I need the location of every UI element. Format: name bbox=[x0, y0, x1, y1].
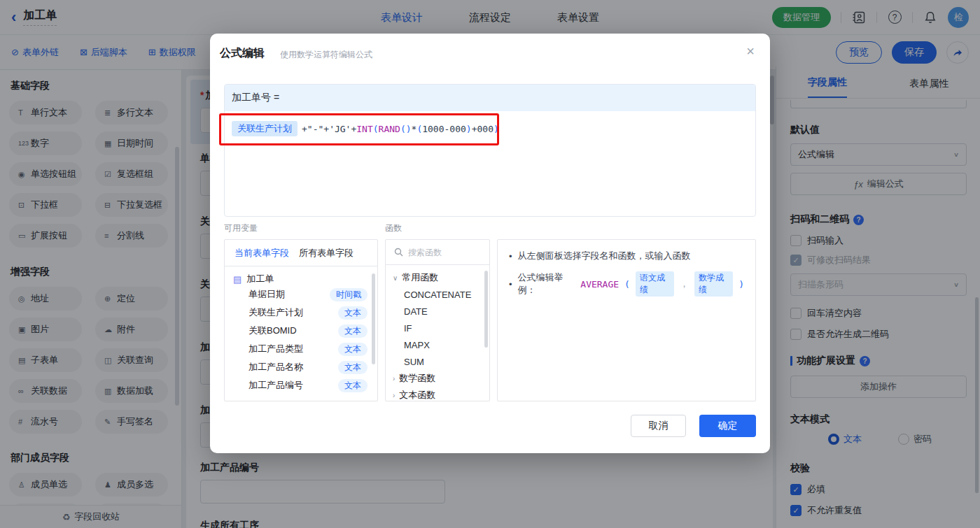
function-group-math[interactable]: › 数学函数 bbox=[386, 370, 489, 387]
type-badge: 文本 bbox=[338, 324, 368, 338]
function-item[interactable]: IF bbox=[386, 320, 489, 336]
confirm-button[interactable]: 确定 bbox=[699, 415, 756, 437]
variable-item[interactable]: 加工产品类型文本 bbox=[225, 340, 377, 358]
chevron-expanded-icon: ∨ bbox=[393, 274, 398, 282]
function-search-input[interactable] bbox=[408, 248, 471, 257]
function-item[interactable]: MAPX bbox=[386, 336, 489, 353]
search-icon bbox=[394, 248, 403, 257]
close-icon[interactable]: × bbox=[746, 43, 755, 59]
variable-item[interactable]: 关联BOMID文本 bbox=[225, 322, 377, 340]
formula-expression[interactable]: 关联生产计划 +"-"+'JG'+INT(RAND()*(1000-000)+0… bbox=[225, 111, 755, 146]
formula-target: 加工单号 = bbox=[225, 85, 755, 111]
variable-item[interactable]: 加工产品编号文本 bbox=[225, 376, 377, 394]
formula-editor[interactable]: 加工单号 = 关联生产计划 +"-"+'JG'+INT(RAND()*(1000… bbox=[224, 84, 756, 217]
example-chip: 数学成绩 bbox=[694, 271, 733, 297]
formula-code: +"-"+'JG'+INT(RAND()*(1000-000)+000) bbox=[302, 124, 499, 134]
variables-tabs: 当前表单字段 所有表单字段 bbox=[225, 240, 377, 266]
function-item[interactable]: DATE bbox=[386, 303, 489, 320]
chevron-collapsed-icon: › bbox=[393, 392, 395, 399]
functions-label: 函数 bbox=[385, 222, 402, 234]
chevron-collapsed-icon: › bbox=[393, 375, 395, 383]
type-badge: 文本 bbox=[338, 379, 368, 392]
function-item[interactable]: CONCATENATE bbox=[386, 286, 489, 303]
variables-label: 可用变量 bbox=[224, 222, 258, 234]
function-group-text[interactable]: › 文本函数 bbox=[386, 387, 489, 401]
function-group-common[interactable]: ∨ 常用函数 bbox=[386, 269, 489, 286]
help-panel: • 从左侧面板选择字段名和函数，或输入函数 • 公式编辑举例：AVERAGE( … bbox=[497, 239, 756, 401]
variable-item[interactable]: 关联生产计划文本 bbox=[225, 304, 377, 322]
example-chip: 语文成绩 bbox=[636, 271, 674, 297]
type-badge: 时间戳 bbox=[330, 288, 368, 301]
type-badge: 文本 bbox=[338, 343, 368, 356]
tab-all-form-fields[interactable]: 所有表单字段 bbox=[299, 247, 354, 259]
formula-edit-modal: 公式编辑 使用数学运算符编辑公式 × 加工单号 = 关联生产计划 +"-"+'J… bbox=[210, 34, 770, 453]
variables-panel: 当前表单字段 所有表单字段 ▤ 加工单 单据日期时间戳 关联生产计划文本 关联B… bbox=[224, 239, 378, 401]
variable-item[interactable]: 加工产品名称文本 bbox=[225, 358, 377, 376]
help-tip-2: • 公式编辑举例：AVERAGE( 语文成绩 ， 数学成绩 ) bbox=[509, 271, 744, 297]
tab-current-form-fields[interactable]: 当前表单字段 bbox=[234, 247, 289, 259]
help-tip-1: • 从左侧面板选择字段名和函数，或输入函数 bbox=[509, 250, 744, 262]
modal-title: 公式编辑 bbox=[220, 46, 265, 61]
variables-root-node[interactable]: ▤ 加工单 bbox=[225, 266, 377, 285]
type-badge: 文本 bbox=[338, 306, 368, 320]
function-item[interactable]: SUM bbox=[386, 353, 489, 370]
functions-panel: ∨ 常用函数 CONCATENATE DATE IF MAPX SUM › 数学… bbox=[385, 239, 490, 401]
variable-chip[interactable]: 关联生产计划 bbox=[232, 121, 298, 136]
variables-scrollbar[interactable] bbox=[372, 273, 375, 364]
cancel-button[interactable]: 取消 bbox=[631, 415, 686, 437]
functions-scrollbar[interactable] bbox=[484, 271, 488, 348]
modal-subtitle: 使用数学运算符编辑公式 bbox=[280, 49, 372, 61]
function-search[interactable] bbox=[386, 240, 489, 265]
type-badge: 文本 bbox=[338, 361, 368, 374]
document-icon: ▤ bbox=[233, 274, 241, 285]
variable-item[interactable]: 单据日期时间戳 bbox=[225, 285, 377, 304]
